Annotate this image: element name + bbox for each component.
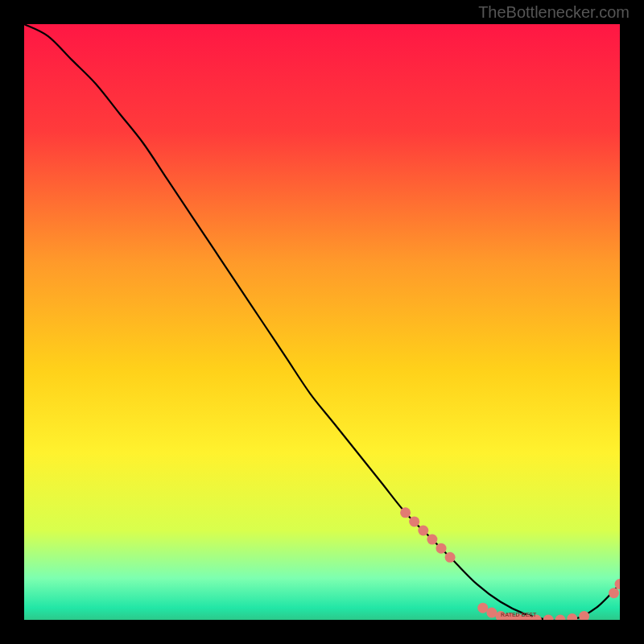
watermark-text: TheBottlenecker.com bbox=[478, 3, 630, 22]
point-points-left-slope bbox=[427, 535, 437, 545]
point-points-right-rise bbox=[609, 588, 619, 598]
point-points-left-slope bbox=[436, 543, 447, 554]
gradient-background bbox=[24, 24, 620, 620]
annotation-valley-label: RATED BEST bbox=[501, 612, 537, 617]
point-points-left-slope bbox=[409, 516, 419, 526]
point-points-left-slope bbox=[418, 526, 428, 536]
chart-plot-area: RATED BEST bbox=[24, 24, 620, 620]
point-points-left-slope bbox=[445, 552, 456, 563]
point-points-left-slope bbox=[400, 507, 411, 518]
chart-svg: RATED BEST bbox=[24, 24, 620, 620]
point-points-valley bbox=[477, 603, 488, 613]
annotations-layer: RATED BEST bbox=[501, 612, 537, 617]
point-points-valley bbox=[486, 608, 497, 618]
